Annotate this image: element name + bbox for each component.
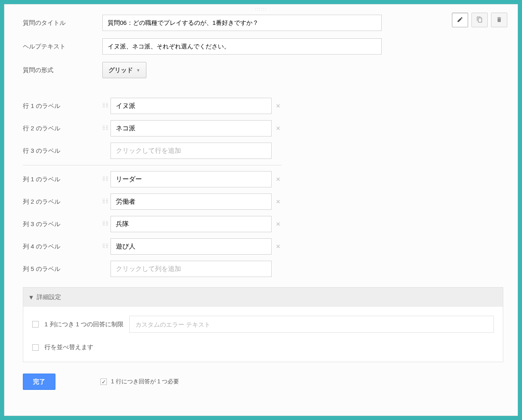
advanced-settings-toggle[interactable]: ▼ 詳細設定 xyxy=(23,288,503,307)
col1-label: 列 1 のラベル xyxy=(23,176,102,183)
shuffle-rows-checkbox[interactable] xyxy=(32,344,39,351)
drag-handle-icon[interactable]: ⠿⠿⠿⠿ xyxy=(102,222,108,226)
row1-label: 行 1 のラベル xyxy=(23,102,102,110)
add-row-input[interactable] xyxy=(111,143,272,159)
duplicate-button[interactable] xyxy=(471,13,488,27)
help-text-label: ヘルプテキスト xyxy=(23,43,102,51)
question-type-dropdown[interactable]: グリッド ▼ xyxy=(102,62,146,78)
shuffle-rows-label: 行を並べ替えます xyxy=(44,343,93,351)
require-response-checkbox[interactable] xyxy=(100,378,107,385)
remove-row1-button[interactable]: × xyxy=(273,102,283,110)
pencil-icon xyxy=(457,16,463,24)
row3-label: 行 3 のラベル xyxy=(23,147,102,155)
question-type-label: 質問の形式 xyxy=(23,66,102,74)
col4-label: 列 4 のラベル xyxy=(23,243,102,251)
col3-input[interactable] xyxy=(111,216,272,232)
advanced-settings-block: ▼ 詳細設定 1 列につき 1 つの回答に制限 行を並べ替えます xyxy=(23,287,503,362)
toolbar xyxy=(452,13,507,27)
question-title-label: 質問のタイトル xyxy=(23,19,102,27)
chevron-down-icon: ▼ xyxy=(136,68,140,73)
remove-col4-button[interactable]: × xyxy=(273,242,283,251)
require-response-label: 1 行につき回答が 1 つ必要 xyxy=(111,378,179,385)
remove-col1-button[interactable]: × xyxy=(273,175,283,184)
col2-label: 列 2 のラベル xyxy=(23,198,102,206)
limit-one-response-checkbox[interactable] xyxy=(32,321,39,328)
row2-label: 行 2 のラベル xyxy=(23,125,102,132)
panel-drag-handle-icon[interactable]: :::::: xyxy=(255,7,267,11)
col3-label: 列 3 のラベル xyxy=(23,220,102,228)
edit-button[interactable] xyxy=(452,13,468,27)
col5-label: 列 5 のラベル xyxy=(23,265,102,273)
add-col-input[interactable] xyxy=(111,261,272,277)
col2-input[interactable] xyxy=(111,194,272,210)
col4-input[interactable] xyxy=(111,238,272,255)
delete-button[interactable] xyxy=(491,13,507,27)
row2-input[interactable] xyxy=(111,120,272,136)
drag-handle-icon[interactable]: ⠿⠿⠿⠿ xyxy=(102,177,108,181)
question-editor-panel: :::::: 質問のタイトル ヘルプテキスト 質問の形式 グリッド ▼ 行 1 … xyxy=(4,4,518,416)
remove-row2-button[interactable]: × xyxy=(273,124,283,133)
footer: 完了 1 行につき回答が 1 つ必要 xyxy=(23,374,503,390)
drag-handle-icon[interactable]: ⠿⠿⠿⠿ xyxy=(102,104,108,108)
row-col-separator xyxy=(23,165,282,165)
drag-handle-icon[interactable]: ⠿⠿⠿⠿ xyxy=(102,200,108,204)
custom-error-text-input[interactable] xyxy=(129,316,494,333)
question-title-input[interactable] xyxy=(102,15,382,31)
remove-col2-button[interactable]: × xyxy=(273,198,283,206)
chevron-down-icon: ▼ xyxy=(28,294,34,301)
question-type-value: グリッド xyxy=(108,66,133,74)
copy-icon xyxy=(476,16,483,24)
trash-icon xyxy=(496,16,502,24)
help-text-input[interactable] xyxy=(102,38,382,55)
col1-input[interactable] xyxy=(111,171,272,187)
remove-col3-button[interactable]: × xyxy=(273,220,283,229)
drag-handle-icon[interactable]: ⠿⠿⠿⠿ xyxy=(102,244,108,248)
done-button[interactable]: 完了 xyxy=(23,374,55,390)
row1-input[interactable] xyxy=(111,98,272,114)
drag-handle-icon[interactable]: ⠿⠿⠿⠿ xyxy=(102,126,108,130)
advanced-header-label: 詳細設定 xyxy=(37,293,61,301)
limit-one-response-label: 1 列につき 1 つの回答に制限 xyxy=(44,321,124,328)
